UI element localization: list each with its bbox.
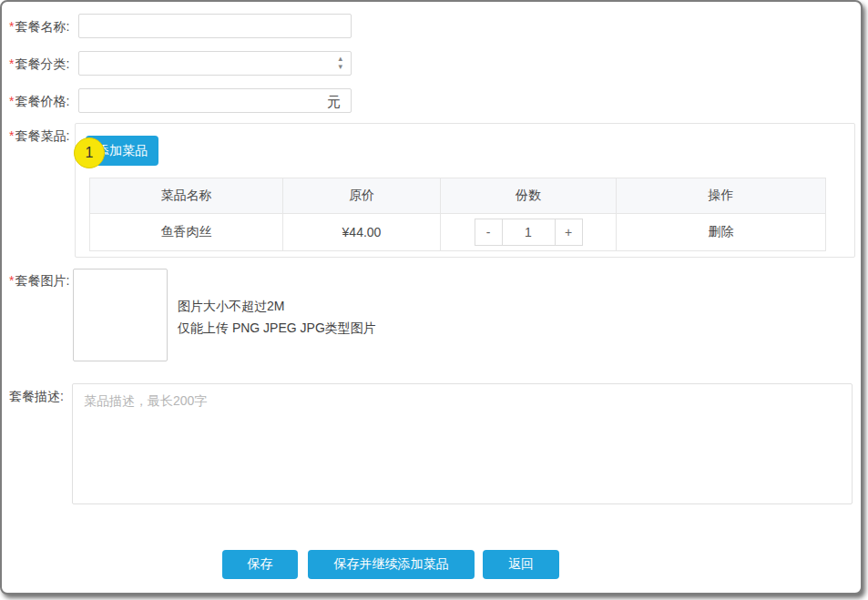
col-header-quantity: 份数	[441, 178, 617, 214]
field-label-image: *套餐图片:	[9, 273, 69, 290]
field-label-description: 套餐描述:	[9, 389, 64, 405]
required-asterisk: *	[9, 273, 14, 288]
quantity-stepper: - +	[475, 219, 583, 246]
quantity-increment-button[interactable]: +	[555, 219, 583, 246]
form-panel: *套餐名称: *套餐分类: ▴▾ *套餐价格: 元 *套餐菜品: 添加菜品 1 …	[0, 0, 863, 595]
dishes-table: 菜品名称 原价 份数 操作 鱼香肉丝 ¥44.00 - +	[89, 178, 826, 251]
quantity-decrement-button[interactable]: -	[475, 219, 503, 246]
image-hint-size: 图片大小不超过2M	[178, 295, 376, 317]
required-asterisk: *	[9, 128, 14, 143]
cell-quantity: - +	[441, 214, 617, 251]
delete-dish-link[interactable]: 删除	[709, 224, 734, 239]
col-header-actions: 操作	[617, 178, 826, 214]
price-unit-label: 元	[327, 94, 341, 111]
image-upload-box[interactable]	[73, 269, 168, 361]
category-select[interactable]: ▴▾	[78, 51, 352, 76]
image-hint-types: 仅能上传 PNG JPEG JPG类型图片	[178, 317, 376, 339]
quantity-input[interactable]	[502, 219, 556, 246]
field-label-name: *套餐名称:	[9, 19, 69, 36]
field-label-category: *套餐分类:	[9, 56, 69, 73]
save-button[interactable]: 保存	[222, 550, 298, 579]
annotation-badge: 1	[74, 137, 105, 168]
table-row: 鱼香肉丝 ¥44.00 - + 删除	[90, 214, 826, 251]
description-textarea[interactable]	[72, 383, 853, 504]
field-label-price: *套餐价格:	[9, 94, 69, 110]
cell-dish-name: 鱼香肉丝	[90, 214, 283, 251]
image-upload-hints: 图片大小不超过2M 仅能上传 PNG JPEG JPG类型图片	[178, 295, 376, 339]
field-label-dishes: *套餐菜品:	[9, 128, 69, 145]
col-header-original-price: 原价	[283, 178, 441, 214]
cell-actions: 删除	[617, 214, 826, 251]
name-input[interactable]	[78, 14, 352, 38]
required-asterisk: *	[9, 56, 14, 71]
price-input[interactable]	[78, 88, 352, 113]
dishes-panel: 添加菜品 1 菜品名称 原价 份数 操作 鱼香肉丝 ¥44.00 -	[75, 123, 855, 258]
required-asterisk: *	[9, 94, 14, 108]
back-button[interactable]: 返回	[483, 550, 559, 579]
required-asterisk: *	[9, 19, 14, 34]
select-arrow-icon: ▴▾	[338, 55, 342, 71]
cell-original-price: ¥44.00	[283, 214, 441, 251]
table-header-row: 菜品名称 原价 份数 操作	[90, 178, 826, 214]
col-header-dish-name: 菜品名称	[90, 178, 283, 214]
save-and-continue-button[interactable]: 保存并继续添加菜品	[308, 550, 475, 579]
